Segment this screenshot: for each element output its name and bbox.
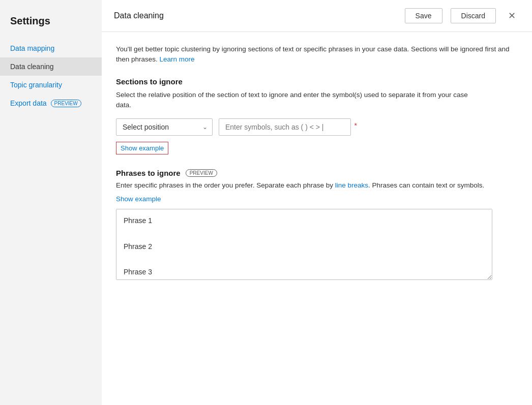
header-title: Data cleaning bbox=[114, 11, 397, 20]
info-text: You'll get better topic clustering by ig… bbox=[116, 44, 518, 65]
phrases-to-ignore-title: Phrases to ignore bbox=[116, 169, 181, 177]
sidebar-item-label-topic-granularity: Topic granularity bbox=[10, 81, 62, 89]
symbol-input-wrapper: * bbox=[219, 118, 351, 136]
symbol-input[interactable] bbox=[219, 118, 351, 136]
position-input-row: Select position Before After Between ⌄ * bbox=[116, 118, 518, 136]
phrases-textarea-wrapper: Phrase 1 Phrase 2 Phrase 3 bbox=[116, 209, 518, 282]
close-button[interactable]: ✕ bbox=[504, 8, 520, 23]
sidebar-title: Settings bbox=[0, 10, 102, 39]
main-panel: Data cleaning Save Discard ✕ You'll get … bbox=[102, 0, 532, 405]
show-example-button[interactable]: Show example bbox=[116, 142, 168, 154]
save-button[interactable]: Save bbox=[405, 8, 442, 23]
sidebar-item-label-data-cleaning: Data cleaning bbox=[10, 63, 54, 71]
header: Data cleaning Save Discard ✕ bbox=[102, 0, 532, 32]
phrases-to-ignore-desc: Enter specific phrases in the order you … bbox=[116, 180, 518, 191]
phrases-to-ignore-header: Phrases to ignore PREVIEW bbox=[116, 169, 518, 177]
sidebar-item-topic-granularity[interactable]: Topic granularity bbox=[0, 76, 102, 94]
phrases-textarea[interactable]: Phrase 1 Phrase 2 Phrase 3 bbox=[116, 209, 492, 280]
phrases-show-example-link[interactable]: Show example bbox=[116, 195, 161, 203]
phrases-desc-text2: . Phrases can contain text or symbols. bbox=[368, 181, 484, 189]
learn-more-link[interactable]: Learn more bbox=[160, 55, 195, 63]
sidebar-item-label-export-data: Export data bbox=[10, 99, 47, 107]
sections-to-ignore-title: Sections to ignore bbox=[116, 77, 518, 86]
sections-desc-after: data. bbox=[116, 101, 131, 109]
phrases-desc-text: Enter specific phrases in the order you … bbox=[116, 181, 335, 189]
content-area: You'll get better topic clustering by ig… bbox=[102, 32, 532, 405]
select-position-wrapper: Select position Before After Between ⌄ bbox=[116, 118, 213, 136]
sidebar-item-data-mapping[interactable]: Data mapping bbox=[0, 39, 102, 57]
discard-button[interactable]: Discard bbox=[451, 8, 496, 23]
sections-to-ignore-desc: Select the relative position of the sect… bbox=[116, 90, 518, 111]
sidebar-item-data-cleaning[interactable]: Data cleaning bbox=[0, 57, 102, 76]
sidebar: Settings Data mapping Data cleaning Topi… bbox=[0, 0, 102, 405]
export-data-preview-badge: PREVIEW bbox=[51, 100, 81, 107]
sidebar-item-label-data-mapping: Data mapping bbox=[10, 44, 54, 52]
select-position-dropdown[interactable]: Select position Before After Between bbox=[116, 118, 213, 136]
phrases-preview-badge: PREVIEW bbox=[186, 169, 217, 177]
sidebar-item-export-data[interactable]: Export data PREVIEW bbox=[0, 94, 102, 112]
phrases-desc-highlight1: line breaks bbox=[335, 181, 368, 189]
required-indicator: * bbox=[354, 121, 357, 130]
sections-desc-before: Select the relative position of the sect… bbox=[116, 91, 468, 99]
